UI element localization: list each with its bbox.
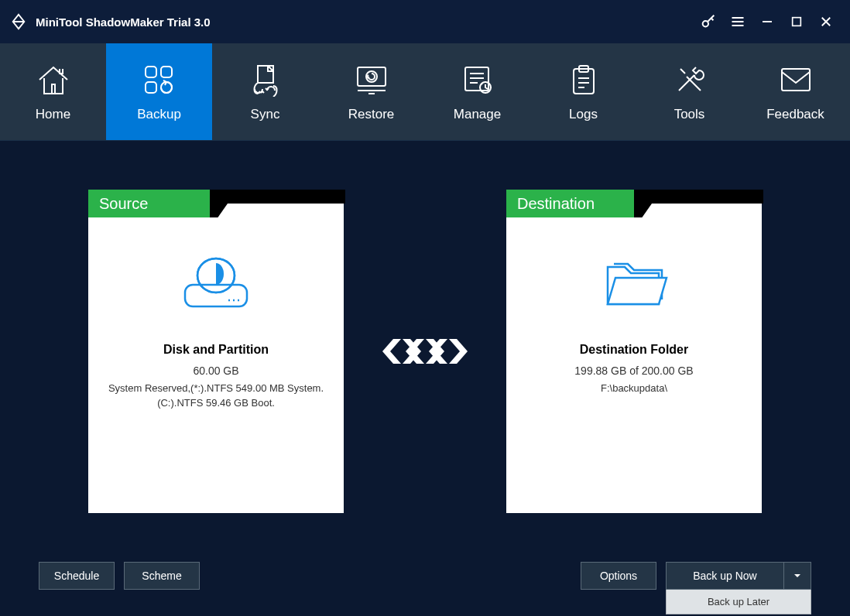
svg-rect-2 — [146, 67, 156, 77]
tools-icon — [673, 62, 707, 98]
backup-dropdown-caret[interactable] — [783, 562, 811, 590]
nav-label: Logs — [569, 107, 598, 122]
destination-title: Destination Folder — [580, 343, 688, 357]
destination-detail: F:\backupdata\ — [601, 382, 667, 396]
svg-rect-4 — [146, 82, 156, 93]
menu-icon[interactable] — [723, 0, 752, 43]
arrows-icon — [382, 334, 468, 368]
footer-bar: Schedule Scheme Options Back up Now Back… — [0, 562, 850, 616]
source-header: Source — [88, 190, 344, 217]
destination-size: 199.88 GB of 200.00 GB — [574, 364, 693, 377]
options-button[interactable]: Options — [581, 562, 656, 590]
nav-tools[interactable]: Tools — [636, 43, 742, 140]
nav-label: Manage — [454, 107, 501, 122]
feedback-icon — [779, 62, 813, 98]
nav-backup[interactable]: Backup — [106, 43, 212, 140]
title-bar: MiniTool ShadowMaker Trial 3.0 — [0, 0, 850, 43]
nav-home[interactable]: Home — [0, 43, 106, 140]
manage-icon — [459, 62, 496, 98]
scheme-button[interactable]: Scheme — [124, 562, 200, 590]
svg-point-0 — [703, 21, 708, 26]
source-title: Disk and Partition — [163, 343, 269, 357]
svg-rect-12 — [782, 69, 810, 91]
logs-icon — [567, 62, 600, 98]
destination-card[interactable]: Destination Destination Folder 199.88 GB… — [506, 190, 762, 513]
sync-icon — [250, 62, 281, 98]
main-nav: Home Backup Sync Restore Manage Logs T — [0, 43, 850, 141]
svg-rect-3 — [161, 67, 172, 77]
nav-label: Backup — [137, 107, 181, 122]
nav-label: Restore — [348, 107, 395, 122]
folder-icon — [597, 248, 671, 318]
nav-label: Home — [36, 107, 70, 122]
disk-icon — [179, 248, 253, 318]
source-size: 60.00 GB — [193, 364, 238, 377]
source-detail: System Reserved,(*:).NTFS 549.00 MB Syst… — [104, 382, 328, 411]
nav-sync[interactable]: Sync — [212, 43, 318, 140]
nav-restore[interactable]: Restore — [318, 43, 424, 140]
source-card[interactable]: Source Disk and Partition 60.00 GB Syste… — [88, 190, 344, 513]
nav-manage[interactable]: Manage — [424, 43, 530, 140]
nav-label: Sync — [251, 107, 280, 122]
home-icon — [34, 62, 73, 98]
key-icon[interactable] — [694, 0, 723, 43]
close-button[interactable] — [811, 0, 841, 43]
nav-label: Feedback — [766, 107, 824, 122]
destination-header: Destination — [506, 190, 762, 217]
backup-workspace: Source Disk and Partition 60.00 GB Syste… — [0, 141, 850, 562]
nav-feedback[interactable]: Feedback — [742, 43, 848, 140]
svg-rect-1 — [793, 18, 801, 26]
app-logo-icon — [9, 12, 28, 31]
backup-icon — [141, 62, 178, 98]
app-title: MiniTool ShadowMaker Trial 3.0 — [36, 15, 211, 29]
schedule-button[interactable]: Schedule — [39, 562, 115, 590]
svg-rect-6 — [358, 67, 386, 86]
restore-icon — [353, 62, 390, 98]
nav-label: Tools — [674, 107, 705, 122]
destination-tab-label: Destination — [506, 190, 634, 217]
maximize-button[interactable] — [782, 0, 811, 43]
source-tab-label: Source — [88, 190, 210, 217]
nav-logs[interactable]: Logs — [530, 43, 636, 140]
backup-later-menuitem[interactable]: Back up Later — [666, 590, 811, 614]
minimize-button[interactable] — [752, 0, 782, 43]
backup-now-button[interactable]: Back up Now — [666, 562, 783, 590]
svg-rect-13 — [185, 285, 247, 306]
